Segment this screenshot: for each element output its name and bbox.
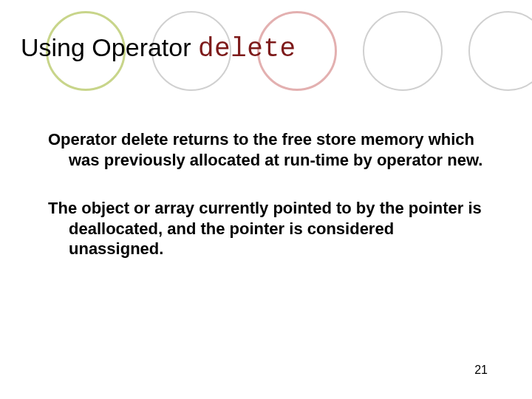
title-prefix: Using Operator — [21, 33, 198, 61]
paragraph: Operator delete returns to the free stor… — [48, 129, 484, 170]
page-number: 21 — [474, 364, 488, 377]
circle-icon — [363, 11, 443, 91]
slide-body: Operator delete returns to the free stor… — [48, 129, 484, 287]
paragraph: The object or array currently pointed to… — [48, 198, 484, 259]
title-code-keyword: delete — [198, 34, 296, 64]
circle-icon — [468, 11, 532, 91]
slide-title: Using Operator delete — [21, 33, 296, 64]
slide: Using Operator delete Operator delete re… — [0, 0, 532, 399]
